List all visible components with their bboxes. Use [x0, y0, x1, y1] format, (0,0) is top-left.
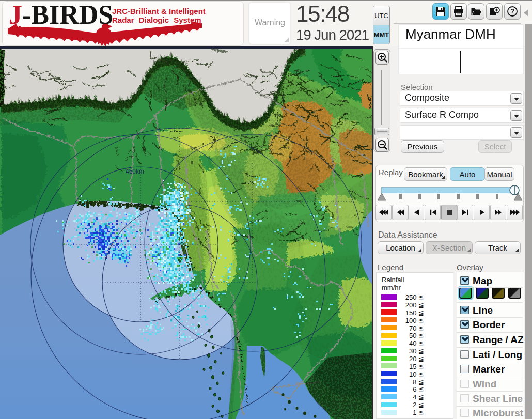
- svg-text:JRC-Brilliant & Intelligent: JRC-Brilliant & Intelligent: [112, 7, 206, 15]
- svg-text:?: ?: [510, 7, 514, 15]
- svg-text:450km: 450km: [126, 168, 144, 175]
- svg-text:J-BIRDS: J-BIRDS: [9, 2, 113, 29]
- svg-text:Radar Dialogic System: Radar Dialogic System: [112, 15, 201, 24]
